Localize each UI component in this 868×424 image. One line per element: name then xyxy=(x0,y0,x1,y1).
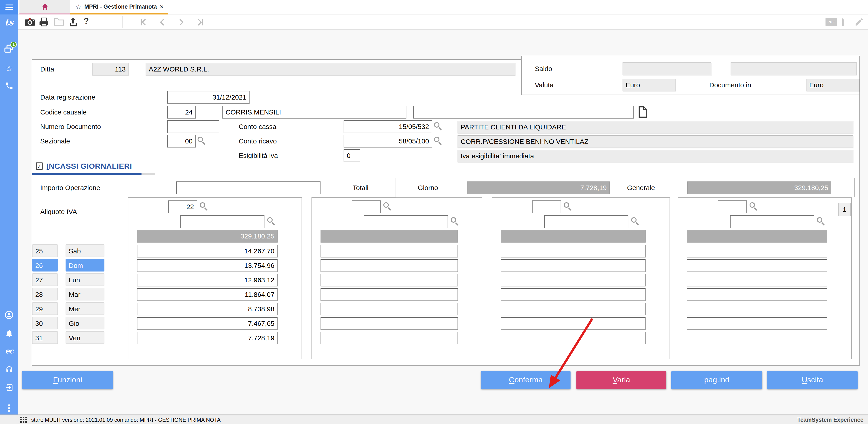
open-folder-button[interactable] xyxy=(54,17,64,28)
app-grid-button[interactable] xyxy=(20,417,27,423)
sidebar-phone-button[interactable] xyxy=(0,81,18,90)
new-document-button[interactable] xyxy=(842,17,844,26)
edit-button[interactable] xyxy=(855,17,864,29)
iva-amount-cell[interactable] xyxy=(320,317,458,330)
day-name-cell[interactable]: Gio xyxy=(66,317,104,330)
attach-document-button[interactable] xyxy=(638,106,647,120)
tab-star-icon[interactable]: ☆ xyxy=(75,3,81,10)
iva-amount-cell[interactable] xyxy=(687,317,827,330)
day-number-cell[interactable]: 30 xyxy=(32,317,58,330)
iva-descrizione-input[interactable] xyxy=(544,216,628,228)
iva-amount-cell[interactable] xyxy=(320,274,458,286)
sidebar-notifications-button[interactable] xyxy=(0,329,18,338)
iva-amount-cell[interactable] xyxy=(687,288,827,301)
iva-amount-cell[interactable]: 8.738,98 xyxy=(137,303,278,315)
conto-cassa-search-icon[interactable] xyxy=(434,122,439,128)
iva-amount-cell[interactable]: 12.963,12 xyxy=(137,274,278,286)
nav-first-button[interactable] xyxy=(139,18,147,28)
esigibilita-iva-input[interactable]: 0 xyxy=(344,149,360,162)
day-number-cell[interactable]: 26 xyxy=(32,259,58,272)
conferma-button[interactable]: Conferma xyxy=(481,371,570,389)
print-button[interactable] xyxy=(39,17,49,29)
conto-cassa-input[interactable]: 15/05/532 xyxy=(344,120,432,133)
iva-amount-cell[interactable] xyxy=(501,274,646,286)
iva-amount-cell[interactable] xyxy=(501,259,646,272)
iva-amount-cell[interactable] xyxy=(687,245,827,257)
day-name-cell[interactable]: Ven xyxy=(66,331,104,344)
iva-aliquota-input[interactable]: 22 xyxy=(168,200,197,213)
iva-amount-cell[interactable] xyxy=(501,245,646,257)
data-registrazione-input[interactable]: 31/12/2021 xyxy=(167,91,250,104)
day-name-cell[interactable]: Mer xyxy=(66,302,104,315)
iva-amount-cell[interactable] xyxy=(501,288,646,301)
iva-aliquota-input[interactable] xyxy=(532,200,561,213)
screenshot-button[interactable] xyxy=(24,17,35,29)
iva-amount-cell[interactable]: 14.267,70 xyxy=(137,245,278,257)
sezionale-search-icon[interactable] xyxy=(197,137,203,142)
iva-aliquota-search-icon[interactable] xyxy=(200,202,205,208)
export-button[interactable] xyxy=(68,17,78,29)
iva-amount-cell[interactable] xyxy=(501,303,646,315)
iva-amount-cell[interactable]: 13.754,96 xyxy=(137,259,278,272)
nav-prev-button[interactable] xyxy=(158,18,166,28)
uscita-button[interactable]: Uscita xyxy=(767,371,858,389)
day-number-cell[interactable]: 27 xyxy=(32,273,58,286)
iva-aliquota-search-icon[interactable] xyxy=(749,202,755,208)
tab-home[interactable] xyxy=(20,0,70,13)
pag-ind-button[interactable]: pag.ind xyxy=(671,371,762,389)
help-button[interactable]: ? xyxy=(84,16,89,26)
iva-amount-cell[interactable]: 11.864,07 xyxy=(137,288,278,301)
day-number-cell[interactable]: 31 xyxy=(32,331,58,344)
incassi-giornalieri-checkbox[interactable]: ✓ xyxy=(36,163,43,170)
day-name-cell[interactable]: Dom xyxy=(66,259,104,272)
sidebar-menu-button[interactable] xyxy=(0,0,18,15)
iva-amount-cell[interactable] xyxy=(320,303,458,315)
sidebar-support-button[interactable] xyxy=(0,365,18,374)
tab-active[interactable]: ☆ MPRI - Gestione Primanota × xyxy=(70,0,168,13)
day-name-cell[interactable]: Lun xyxy=(66,273,104,286)
iva-aliquota-search-icon[interactable] xyxy=(383,202,389,208)
iva-amount-cell[interactable] xyxy=(687,274,827,286)
codice-causale-extra-input[interactable] xyxy=(413,106,634,118)
sidebar-ec-button[interactable]: ec xyxy=(0,347,18,355)
iva-amount-cell[interactable] xyxy=(320,245,458,257)
codice-causale-input[interactable]: 24 xyxy=(167,106,196,118)
sezionale-input[interactable]: 00 xyxy=(167,135,196,147)
funzioni-button[interactable]: Funzioni xyxy=(22,371,113,389)
iva-descrizione-search-icon[interactable] xyxy=(451,217,456,223)
iva-amount-cell[interactable] xyxy=(687,303,827,315)
iva-aliquota-search-icon[interactable] xyxy=(564,202,569,208)
iva-amount-cell[interactable]: 7.728,19 xyxy=(137,332,278,344)
iva-aliquota-input[interactable] xyxy=(718,200,747,213)
iva-amount-cell[interactable] xyxy=(687,332,827,344)
nav-next-button[interactable] xyxy=(177,18,185,28)
day-name-cell[interactable]: Mar xyxy=(66,288,104,301)
sidebar-logout-button[interactable] xyxy=(0,383,18,392)
iva-descrizione-input[interactable] xyxy=(180,216,265,228)
tab-close-icon[interactable]: × xyxy=(160,3,164,10)
sidebar-user-button[interactable] xyxy=(0,310,18,319)
conto-ricavo-input[interactable]: 58/05/100 xyxy=(344,135,432,147)
sidebar-windows-button[interactable]: 1 xyxy=(0,44,18,53)
day-number-cell[interactable]: 29 xyxy=(32,302,58,315)
day-number-cell[interactable]: 28 xyxy=(32,288,58,301)
numero-documento-input[interactable] xyxy=(167,120,219,133)
iva-amount-cell[interactable] xyxy=(501,332,646,344)
iva-descrizione-search-icon[interactable] xyxy=(817,217,822,223)
iva-descrizione-input[interactable] xyxy=(364,216,448,228)
pdf-button[interactable]: PDF xyxy=(826,18,837,26)
sidebar-more-button[interactable] xyxy=(0,404,18,412)
sidebar-favorites-button[interactable]: ☆ xyxy=(0,63,18,74)
iva-descrizione-input[interactable] xyxy=(730,216,814,228)
iva-amount-cell[interactable] xyxy=(320,332,458,344)
iva-descrizione-search-icon[interactable] xyxy=(267,217,273,223)
iva-descrizione-search-icon[interactable] xyxy=(631,217,637,223)
iva-aliquota-input[interactable] xyxy=(352,200,381,213)
iva-amount-cell[interactable] xyxy=(320,259,458,272)
varia-button[interactable]: Varia xyxy=(577,371,666,389)
iva-amount-cell[interactable] xyxy=(687,259,827,272)
importo-operazione-input[interactable] xyxy=(176,181,320,194)
iva-amount-cell[interactable] xyxy=(320,288,458,301)
iva-amount-cell[interactable]: 7.467,65 xyxy=(137,317,278,330)
day-number-cell[interactable]: 25 xyxy=(32,244,58,257)
